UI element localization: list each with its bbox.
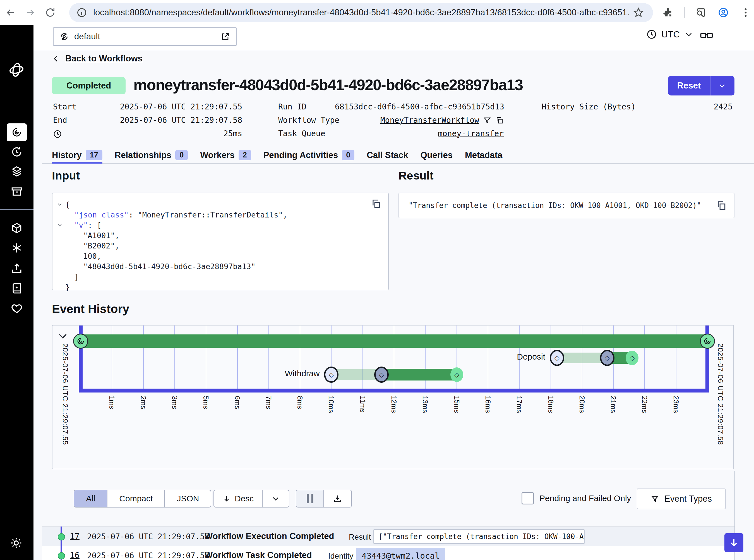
namespace-external-link-button[interactable] <box>214 28 236 45</box>
task-queue-link[interactable]: money-transfer <box>438 129 504 138</box>
timeline-tick-label: 5ms <box>202 396 210 426</box>
json-line-content: 100, <box>53 252 101 260</box>
view-toggle-json[interactable]: JSON <box>164 490 211 507</box>
site-info-icon[interactable] <box>77 7 87 18</box>
tab-count-badge: 2 <box>239 150 251 160</box>
activity-completed-node[interactable]: ◇ <box>450 367 463 382</box>
browser-forward-icon[interactable] <box>24 7 36 18</box>
timeline-start-date: 2025-07-06 UTC 21:29:07.55 <box>61 343 69 455</box>
sidebar-item-feedback-heart-icon[interactable] <box>11 302 23 315</box>
pause-button[interactable] <box>297 490 323 507</box>
result-panel: "Transfer complete (transaction IDs: OKW… <box>399 193 734 218</box>
event-types-button[interactable]: Event Types <box>637 488 726 509</box>
workflow-title: moneytransfer-48043d0d-5b41-4920-bd6c-3a… <box>134 76 523 94</box>
back-to-workflows-link[interactable]: Back to Workflows <box>52 54 143 64</box>
tab-call-stack[interactable]: Call Stack <box>367 150 408 164</box>
timeline-axis <box>79 388 709 393</box>
timeline-tick-label: 16ms <box>484 396 492 426</box>
workflow-end-node[interactable] <box>700 334 715 349</box>
activity-scheduled-node[interactable]: ◇ <box>324 366 339 383</box>
scroll-to-bottom-button[interactable] <box>725 533 743 552</box>
reset-button[interactable]: Reset <box>668 76 734 96</box>
activity-started-node[interactable]: ◇ <box>374 366 389 383</box>
event-id-link[interactable]: 17 <box>70 532 80 541</box>
namespace-selector[interactable]: default <box>53 27 237 46</box>
activity-completed-node[interactable]: ◇ <box>626 351 638 365</box>
activity-started-node[interactable]: ◇ <box>600 350 614 366</box>
reset-button-label[interactable]: Reset <box>668 76 710 96</box>
view-toggle-all[interactable]: All <box>74 490 107 507</box>
tab-label: Metadata <box>465 150 502 160</box>
filter-funnel-icon <box>650 494 659 503</box>
event-detail-value[interactable]: ["Transfer complete (transaction IDs: OK… <box>373 529 585 544</box>
sidebar-item-import[interactable] <box>11 262 23 275</box>
timeline-activity-pending-bar <box>557 353 607 363</box>
tab-pending-activities[interactable]: Pending Activities0 <box>263 150 355 164</box>
event-row[interactable]: 172025-07-06 UTC 21:29:07.58Workflow Exe… <box>42 527 734 546</box>
collapse-chevron-icon[interactable] <box>57 222 62 228</box>
tab-metadata[interactable]: Metadata <box>465 150 502 164</box>
labs-glasses-icon[interactable] <box>699 28 714 43</box>
workflow-start-node[interactable] <box>73 334 88 349</box>
sidebar-item-nexus[interactable] <box>11 222 23 234</box>
browser-chrome: localhost:8080/namespaces/default/workfl… <box>0 0 754 25</box>
tab-relationships[interactable]: Relationships0 <box>115 150 188 164</box>
tabs-bar: History17Relationships0Workers2Pending A… <box>52 146 502 164</box>
bookmark-star-icon[interactable] <box>633 7 644 18</box>
input-json-viewer: {"json_class": "MoneyTransfer::TransferD… <box>53 199 388 292</box>
tab-history[interactable]: History17 <box>52 150 102 164</box>
tab-queries[interactable]: Queries <box>421 150 453 164</box>
timeline-workflow-bar[interactable] <box>81 335 707 348</box>
reset-dropdown-chevron-icon[interactable] <box>714 82 730 89</box>
event-detail-label: Result <box>349 533 371 542</box>
download-history-button[interactable] <box>323 490 351 507</box>
view-toggle-compact[interactable]: Compact <box>107 490 164 507</box>
filter-funnel-icon[interactable] <box>483 116 491 124</box>
workflow-type-link[interactable]: MoneyTransferWorkflow <box>380 114 479 127</box>
timeline-tick-label: 15ms <box>453 396 461 426</box>
json-line-content: "json_class": "MoneyTransfer::TransferDe… <box>53 211 287 219</box>
sidebar-divider <box>0 209 34 210</box>
input-copy-icon[interactable] <box>371 199 382 209</box>
extensions-puzzle-icon[interactable] <box>663 7 674 18</box>
json-line-content: "B2002", <box>53 241 119 250</box>
result-copy-icon[interactable] <box>716 200 727 211</box>
sidebar-item-deployments[interactable] <box>11 165 23 178</box>
theme-sun-icon[interactable] <box>10 537 22 549</box>
meta-history-size-label: History Size (Bytes) <box>542 100 636 114</box>
chrome-menu-icon[interactable] <box>740 7 751 18</box>
timeline-tick-label: 21ms <box>609 396 617 426</box>
tab-count-badge: 0 <box>342 150 354 160</box>
pending-failed-checkbox[interactable] <box>522 492 534 504</box>
timeline-collapse-chevron-icon[interactable] <box>57 330 69 342</box>
sidebar-item-workflows[interactable] <box>7 123 27 141</box>
collapse-chevron-icon[interactable] <box>57 202 62 207</box>
copy-icon[interactable] <box>495 116 504 124</box>
browser-back-icon[interactable] <box>5 7 16 18</box>
activity-scheduled-node[interactable]: ◇ <box>550 350 564 366</box>
sidebar-item-labs[interactable] <box>11 242 23 254</box>
event-row[interactable]: 162025-07-06 UTC 21:29:07.58Workflow Tas… <box>42 546 734 560</box>
sidebar-item-docs[interactable] <box>11 282 23 295</box>
search-tabs-icon[interactable] <box>695 7 707 18</box>
event-id-link[interactable]: 16 <box>70 551 80 560</box>
event-detail-value: 43443@twm2.local <box>356 548 445 560</box>
sidebar-item-archive[interactable] <box>11 185 23 198</box>
tab-workers[interactable]: Workers2 <box>200 150 251 164</box>
sidebar-item-schedules[interactable] <box>11 146 23 158</box>
event-name: Workflow Task Completed <box>205 550 312 560</box>
namespace-switcher-icon <box>59 32 69 42</box>
browser-reload-icon[interactable] <box>45 7 56 18</box>
timezone-selector[interactable]: UTC <box>646 29 693 40</box>
temporal-logo-icon[interactable] <box>9 62 24 78</box>
namespace-name: default <box>74 32 100 42</box>
sort-options-chevron-button[interactable] <box>262 490 289 507</box>
url-text[interactable]: localhost:8080/namespaces/default/workfl… <box>93 7 629 18</box>
json-line: "A1001", <box>53 230 388 241</box>
json-line-content: "48043d0d-5b41-4920-bd6c-3ae28897ba13" <box>53 262 256 271</box>
tab-label: Call Stack <box>367 150 408 160</box>
sort-desc-button[interactable]: Desc <box>214 490 262 507</box>
timeline-tick-label: 8ms <box>296 396 304 426</box>
namespace-current[interactable]: default <box>54 28 215 45</box>
profile-avatar-icon[interactable] <box>718 7 729 18</box>
